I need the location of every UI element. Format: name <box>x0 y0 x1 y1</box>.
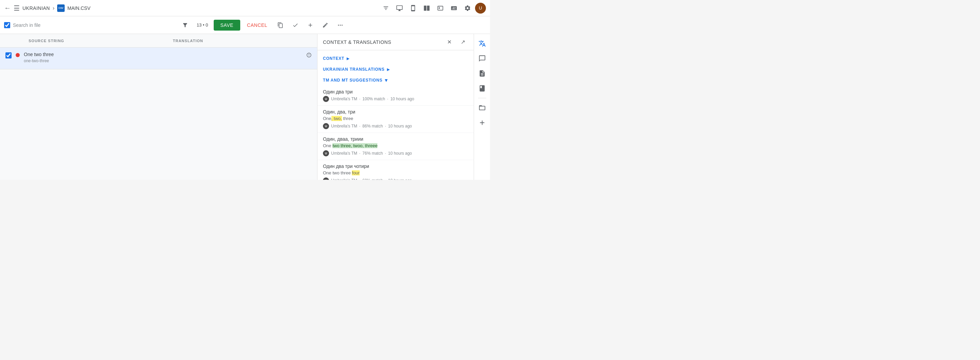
context-translations-panel: CONTEXT & TRANSLATIONS ✕ ↗ CONTEXT ► UKR… <box>317 34 474 180</box>
keyboard-icon[interactable] <box>448 2 460 14</box>
table-header: SOURCE STRING TRANSLATION <box>0 34 317 48</box>
suggestion-item-1[interactable]: Один два три U Umbrella's TM · 100% matc… <box>318 86 474 106</box>
time-ago-3: 10 hours ago <box>388 151 412 156</box>
file-tool-button[interactable] <box>476 101 489 114</box>
tm-mt-section[interactable]: TM AND MT SUGGESTIONS ▼ <box>318 75 474 86</box>
add-tool-button[interactable] <box>476 116 489 130</box>
edit-button[interactable] <box>319 19 331 31</box>
match-percent-1: 100% match <box>363 97 385 101</box>
split-view-icon[interactable] <box>421 2 433 14</box>
filter-button[interactable] <box>179 19 191 31</box>
suggestion-translation-4: Один два три чотири <box>323 163 468 169</box>
doc-tool-button[interactable] <box>476 67 489 80</box>
row-content: One two three one-two-three <box>24 52 302 63</box>
suggestion-item-2[interactable]: Один, два, три One, two, three U Umbrell… <box>318 106 474 133</box>
top-navigation: ← ☰ UKRAINIAN › CSV MAIN.CSV U <box>0 0 490 16</box>
back-button[interactable]: ← <box>4 4 11 12</box>
menu-button[interactable]: ☰ <box>14 4 20 12</box>
highlight-yellow-2: , two, <box>331 116 342 121</box>
suggestion-meta-1: U Umbrella's TM · 100% match · 10 hours … <box>323 96 468 102</box>
svg-point-2 <box>338 24 339 25</box>
suggestion-translation-2: Один, два, три <box>323 109 468 114</box>
context-section[interactable]: CONTEXT ► <box>318 53 474 64</box>
csv-label: CSV <box>59 7 63 9</box>
translation-column-header: TRANSLATION <box>173 39 312 43</box>
desktop-icon[interactable] <box>393 2 406 14</box>
ukrainian-chevron-icon: ► <box>386 67 391 72</box>
suggestion-meta-2: U Umbrella's TM · 86% match · 10 hours a… <box>323 123 468 129</box>
svg-point-3 <box>340 24 340 25</box>
tm-name-2: Umbrella's TM <box>331 124 357 128</box>
save-button[interactable]: SAVE <box>214 20 240 30</box>
language-label: UKRAINIAN <box>22 5 50 11</box>
svg-rect-1 <box>427 5 430 11</box>
suggestion-source-4: One two three four <box>323 170 468 175</box>
segment-count: 13 • 0 <box>197 22 208 27</box>
suggestion-translation-1: Один два три <box>323 89 468 95</box>
select-all-checkbox[interactable] <box>4 22 10 28</box>
side-tools-panel <box>474 34 490 180</box>
expand-panel-button[interactable]: ↗ <box>457 37 468 48</box>
right-panel-header: CONTEXT & TRANSLATIONS ✕ ↗ <box>318 34 474 50</box>
translate-tool-button[interactable] <box>476 37 489 50</box>
ukrainian-translations-section[interactable]: UKRAINIAN TRANSLATIONS ► <box>318 64 474 75</box>
tm-icon-1: U <box>323 96 329 102</box>
suggestion-source-2: One, two, three <box>323 116 468 121</box>
time-ago-2: 10 hours ago <box>388 124 412 128</box>
match-percent-2: 86% match <box>363 124 383 128</box>
row-checkbox[interactable] <box>5 52 11 59</box>
comment-tool-button[interactable] <box>476 52 489 65</box>
context-label: CONTEXT <box>323 56 344 61</box>
copy-button[interactable] <box>274 19 286 31</box>
suggestion-meta-3: U Umbrella's TM · 76% match · 10 hours a… <box>323 150 468 156</box>
match-percent-3: 76% match <box>363 151 383 156</box>
breadcrumb-chevron: › <box>53 5 54 11</box>
search-input[interactable] <box>13 22 176 28</box>
user-avatar[interactable]: U <box>475 3 486 14</box>
filter-icon[interactable] <box>380 2 392 14</box>
svg-point-4 <box>341 24 342 25</box>
tm-name-1: Umbrella's TM <box>331 97 357 101</box>
table-body: One two three one-two-three <box>0 48 317 180</box>
source-column-header: SOURCE STRING <box>29 39 167 43</box>
tm-name-3: Umbrella's TM <box>331 151 357 156</box>
more-options-button[interactable] <box>334 19 347 31</box>
mobile-icon[interactable] <box>407 2 419 14</box>
tm-icon-3: U <box>323 150 329 156</box>
close-panel-button[interactable]: ✕ <box>444 37 455 48</box>
svg-rect-0 <box>424 5 427 11</box>
csv-file-icon: CSV <box>57 5 65 12</box>
right-panel-title: CONTEXT & TRANSLATIONS <box>323 40 441 45</box>
tm-name-4: Umbrella's TM <box>331 178 357 180</box>
nav-right-tools: U <box>380 2 486 14</box>
suggestion-item-4[interactable]: Один два три чотири One two three four U… <box>318 160 474 180</box>
main-layout: SOURCE STRING TRANSLATION One two three … <box>0 34 490 180</box>
match-percent-4: 68% match <box>363 178 383 180</box>
suggestion-translation-3: Один, дваа, триии <box>323 136 468 142</box>
settings-icon[interactable] <box>461 2 474 14</box>
ukrainian-label: UKRAINIAN TRANSLATIONS <box>323 67 385 72</box>
tm-mt-label: TM AND MT SUGGESTIONS <box>323 78 382 82</box>
filename-label: MAIN.CSV <box>67 5 91 11</box>
tm-mt-chevron-icon: ▼ <box>384 78 389 83</box>
table-row[interactable]: One two three one-two-three <box>0 48 317 69</box>
tm-icon-2: U <box>323 123 329 129</box>
right-panel-body: CONTEXT ► UKRAINIAN TRANSLATIONS ► TM AN… <box>318 50 474 180</box>
cancel-button[interactable]: CANCEL <box>243 20 272 30</box>
glossary-tool-button[interactable] <box>476 82 489 95</box>
suggestion-item-3[interactable]: Один, дваа, триии One two three, twoo, t… <box>318 133 474 160</box>
add-button[interactable] <box>304 19 317 31</box>
translation-editor: SOURCE STRING TRANSLATION One two three … <box>0 34 317 180</box>
highlight-green-3: two three, twoo, threee <box>332 143 377 148</box>
tm-icon-4: U <box>323 178 329 180</box>
source-text: One two three <box>24 52 302 57</box>
context-chevron-icon: ► <box>346 56 351 61</box>
time-ago-4: 10 hours ago <box>388 178 412 180</box>
editor-toolbar: 13 • 0 SAVE CANCEL <box>0 16 490 34</box>
time-ago-1: 10 hours ago <box>390 97 414 101</box>
row-more-icon[interactable] <box>306 52 312 58</box>
terminal-icon[interactable] <box>434 2 447 14</box>
suggestion-source-3: One two three, twoo, threee <box>323 143 468 148</box>
confirm-button[interactable] <box>289 19 301 31</box>
highlight-yellow-4: four <box>352 170 360 175</box>
